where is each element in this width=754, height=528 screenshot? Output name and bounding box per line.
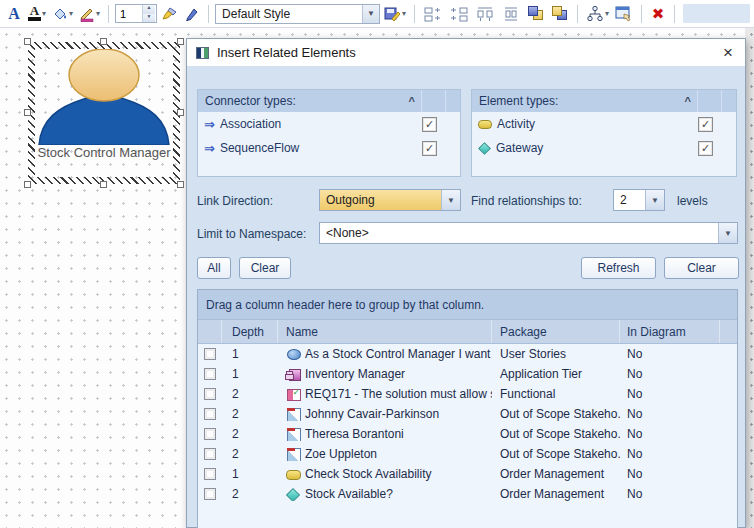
resize-handle[interactable]	[177, 38, 184, 45]
depth-cell: 2	[222, 427, 278, 441]
row-checkbox[interactable]	[204, 348, 216, 360]
stakeholder-icon	[286, 428, 300, 440]
name-cell: Stock Available?	[305, 487, 393, 501]
table-row[interactable]: 2 Theresa Borantoni Out of Scope Stakeho…	[198, 424, 737, 444]
element-row-activity[interactable]: Activity ✓	[472, 112, 736, 136]
connector-types-header[interactable]: Connector types: ^	[198, 90, 460, 112]
connector-row-sequenceflow[interactable]: ⇒ SequenceFlow ✓	[198, 136, 460, 160]
pen-button[interactable]	[182, 3, 202, 25]
bring-to-front-button[interactable]	[525, 3, 547, 25]
properties-icon	[615, 5, 633, 22]
align-right-button[interactable]	[447, 3, 471, 25]
name-cell: Inventory Manager	[305, 367, 405, 381]
font-button[interactable]: A	[4, 3, 24, 25]
send-to-back-button[interactable]	[549, 3, 571, 25]
name-cell: REQ171 - The solution must allow stoc...	[305, 387, 492, 401]
fill-color-button[interactable]: ▾	[50, 3, 75, 25]
stepper-arrows[interactable]: ▲▼	[142, 5, 155, 22]
package-cell: Out of Scope Stakeho...	[492, 407, 620, 421]
delete-button[interactable]: ✖	[648, 3, 668, 25]
stepper-down-icon[interactable]: ▼	[143, 14, 155, 23]
table-row[interactable]: 1 As a Stock Control Manager I want to .…	[198, 344, 737, 364]
table-row[interactable]: 2 Zoe Uppleton Out of Scope Stakeho... N…	[198, 444, 737, 464]
in-diagram-cell: No	[620, 407, 720, 421]
namespace-combo[interactable]: <None> ▼	[319, 222, 738, 244]
line-color-button[interactable]: ▾	[77, 3, 102, 25]
table-row[interactable]: 2 Stock Available? Order Management No	[198, 484, 737, 504]
levels-suffix-label: levels	[677, 194, 708, 208]
close-icon[interactable]: ×	[720, 45, 736, 61]
resize-handle[interactable]	[24, 109, 31, 116]
levels-combo[interactable]: 2 ▼	[613, 189, 665, 211]
name-cell: Theresa Borantoni	[305, 427, 404, 441]
font-color-button[interactable]: A ▾	[26, 3, 48, 25]
resize-handle[interactable]	[177, 109, 184, 116]
table-row[interactable]: 2 REQ171 - The solution must allow stoc.…	[198, 384, 737, 404]
row-checkbox[interactable]	[204, 408, 216, 420]
properties-button[interactable]	[613, 3, 635, 25]
pen-icon	[184, 6, 200, 22]
delete-x-icon: ✖	[652, 6, 665, 21]
depth-cell: 1	[222, 367, 278, 381]
refresh-button[interactable]: Refresh	[581, 257, 656, 279]
resize-handle[interactable]	[24, 38, 31, 45]
element-label: Gateway	[496, 141, 543, 155]
line-width-stepper[interactable]: ▲▼	[115, 4, 157, 23]
align-left-button[interactable]	[421, 3, 445, 25]
chevron-down-icon[interactable]: ▼	[441, 190, 460, 210]
chevron-down-icon[interactable]: ▼	[645, 190, 664, 210]
row-checkbox[interactable]	[204, 468, 216, 480]
group-by-drop-zone[interactable]: Drag a column header here to group by th…	[198, 290, 737, 320]
space-vertical-button[interactable]	[499, 3, 523, 25]
sequenceflow-checkbox[interactable]: ✓	[422, 141, 437, 156]
element-types-header[interactable]: Element types: ^	[472, 90, 736, 112]
resize-handle[interactable]	[100, 181, 107, 188]
table-row[interactable]: 1 Check Stock Availability Order Managem…	[198, 464, 737, 484]
resize-handle[interactable]	[177, 181, 184, 188]
name-cell: As a Stock Control Manager I want to ...	[305, 347, 492, 361]
table-row[interactable]: 1 Inventory Manager Application Tier No	[198, 364, 737, 384]
row-checkbox[interactable]	[204, 428, 216, 440]
connector-row-association[interactable]: ⇒ Association ✓	[198, 112, 460, 136]
space-horizontal-button[interactable]	[473, 3, 497, 25]
row-checkbox[interactable]	[204, 488, 216, 500]
table-row[interactable]: 2 Johnny Cavair-Parkinson Out of Scope S…	[198, 404, 737, 424]
gateway-icon	[478, 142, 491, 155]
row-checkbox[interactable]	[204, 368, 216, 380]
save-style-button[interactable]: ▾	[382, 3, 408, 25]
row-checkbox[interactable]	[204, 448, 216, 460]
activity-checkbox[interactable]: ✓	[698, 117, 713, 132]
checkbox-column-header[interactable]	[198, 320, 222, 343]
all-button[interactable]: All	[197, 257, 231, 279]
dialog-title-bar[interactable]: Insert Related Elements ×	[187, 39, 745, 66]
actor-element-stock-control-manager[interactable]: Stock Control Manager	[28, 42, 180, 184]
connector-label: Association	[220, 117, 281, 131]
chevron-down-icon[interactable]: ▼	[362, 5, 379, 23]
line-width-input[interactable]	[116, 5, 142, 22]
in-diagram-cell: No	[620, 347, 720, 361]
element-row-gateway[interactable]: Gateway ✓	[472, 136, 736, 160]
collapse-chevron-icon[interactable]: ^	[403, 95, 421, 107]
depth-column-header[interactable]: Depth	[222, 320, 278, 343]
row-checkbox[interactable]	[204, 388, 216, 400]
insert-related-elements-button[interactable]: ▾	[584, 3, 611, 25]
connector-types-panel: Connector types: ^ ⇒ Association ✓ ⇒ Seq…	[197, 89, 461, 177]
gateway-checkbox[interactable]: ✓	[698, 141, 713, 156]
package-column-header[interactable]: Package	[492, 320, 620, 343]
clear-results-button[interactable]: Clear	[664, 257, 739, 279]
in-diagram-column-header[interactable]: In Diagram	[620, 320, 720, 343]
name-column-header[interactable]: Name	[278, 320, 492, 343]
link-direction-combo[interactable]: Outgoing ▼	[319, 189, 461, 211]
clear-selection-button[interactable]: Clear	[239, 257, 291, 279]
collapse-chevron-icon[interactable]: ^	[679, 95, 697, 107]
resize-handle[interactable]	[24, 181, 31, 188]
component-icon	[286, 368, 300, 380]
style-combo[interactable]: Default Style ▼	[215, 4, 380, 24]
resize-handle[interactable]	[100, 38, 107, 45]
paintbrush-button[interactable]	[159, 3, 180, 25]
chevron-down-icon: ▾	[402, 9, 406, 18]
space-vertical-icon	[501, 5, 521, 23]
association-checkbox[interactable]: ✓	[422, 117, 437, 132]
package-cell: Application Tier	[492, 367, 620, 381]
chevron-down-icon[interactable]: ▼	[718, 223, 737, 243]
